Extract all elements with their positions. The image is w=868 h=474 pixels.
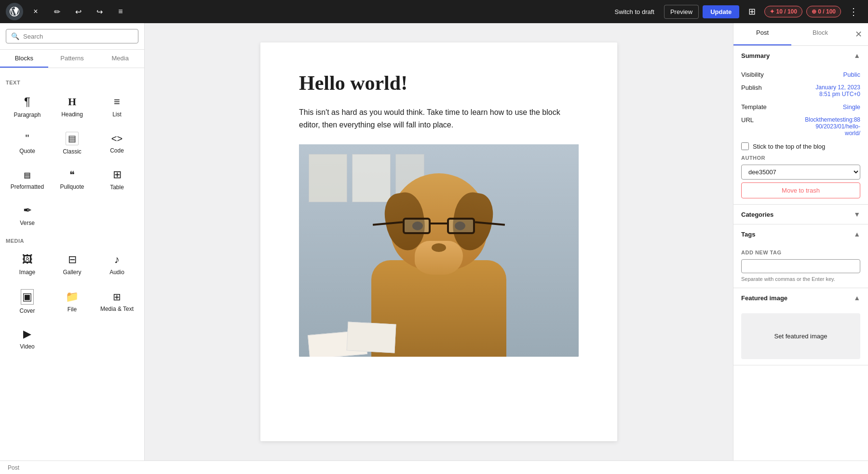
tab-patterns[interactable]: Patterns: [48, 50, 96, 68]
block-gallery[interactable]: ⊟ Gallery: [51, 248, 94, 281]
visibility-value[interactable]: Public: [843, 71, 860, 78]
tools-button[interactable]: ✏: [48, 3, 66, 20]
main-layout: 🔍 Blocks Patterns Media TEXT ¶ Paragraph…: [0, 23, 868, 460]
table-icon: ⊞: [113, 168, 122, 181]
block-list-label: List: [112, 111, 122, 118]
view-toggle-button[interactable]: ⊞: [743, 3, 760, 20]
block-classic-label: Classic: [63, 148, 81, 155]
block-video[interactable]: ▶ Video: [6, 322, 49, 356]
block-file-label: File: [68, 306, 77, 313]
media-blocks-grid: 🖼 Image ⊟ Gallery ♪ Audio ▣ Cover: [6, 248, 138, 356]
featured-image-collapse-icon: ▲: [854, 294, 860, 302]
block-pullquote[interactable]: ❝ Pullquote: [51, 163, 94, 196]
sticky-checkbox[interactable]: [741, 142, 749, 150]
block-image-label: Image: [19, 269, 35, 276]
categories-expand-icon: ▼: [854, 210, 860, 218]
block-verse-label: Verse: [20, 220, 35, 226]
switch-to-draft-button[interactable]: Switch to draft: [609, 5, 660, 18]
block-image[interactable]: 🖼 Image: [6, 248, 49, 281]
block-heading-label: Heading: [61, 111, 83, 118]
audio-icon: ♪: [114, 253, 120, 266]
close-button[interactable]: ×: [27, 3, 44, 20]
summary-panel-header[interactable]: Summary ▲: [733, 46, 868, 65]
block-list[interactable]: ≡ List: [95, 89, 138, 124]
redo-button[interactable]: ↪: [91, 3, 108, 20]
block-quote[interactable]: " Quote: [6, 126, 49, 161]
tab-media[interactable]: Media: [96, 50, 144, 68]
list-icon: ≡: [114, 96, 120, 108]
block-heading[interactable]: H Heading: [51, 89, 94, 124]
categories-panel: Categories ▼: [733, 205, 868, 224]
url-value[interactable]: Blockthemetesting:8890/2023/01/hello-wor…: [805, 116, 860, 137]
list-view-button[interactable]: ≡: [112, 3, 129, 20]
right-tab-block[interactable]: Block: [791, 23, 849, 45]
sidebar-tabs: Blocks Patterns Media: [0, 50, 144, 68]
sidebar-content: TEXT ¶ Paragraph H Heading ≡ List: [0, 68, 144, 460]
words-badge[interactable]: ⊕ 0 / 100: [806, 6, 841, 17]
visibility-row: Visibility Public: [741, 71, 860, 78]
publish-value[interactable]: January 12, 2023 8:51 pm UTC+0: [815, 84, 860, 98]
quote-icon: ": [26, 132, 29, 145]
tags-panel: Tags ▲ ADD NEW TAG Separate with commas …: [733, 224, 868, 288]
search-input[interactable]: [23, 33, 133, 40]
more-options-button[interactable]: ⋮: [845, 3, 862, 20]
media-text-icon: ⊞: [113, 291, 121, 303]
editor-body[interactable]: This isn't as hard as you would think. T…: [299, 106, 579, 131]
undo-button[interactable]: ↩: [69, 3, 87, 20]
block-file[interactable]: 📁 File: [51, 283, 94, 320]
author-select[interactable]: dee35007: [741, 165, 860, 180]
tags-panel-header[interactable]: Tags ▲: [733, 224, 868, 244]
editor-content[interactable]: Hello world! This isn't as hard as you w…: [260, 42, 617, 441]
categories-panel-header[interactable]: Categories ▼: [733, 205, 868, 224]
featured-image-title: Featured image: [741, 294, 787, 302]
add-tag-input[interactable]: [741, 259, 860, 273]
set-featured-image-button[interactable]: Set featured image: [741, 313, 860, 359]
block-preformatted[interactable]: ▤ Preformatted: [6, 163, 49, 196]
right-close-button[interactable]: ✕: [849, 23, 868, 45]
move-to-trash-button[interactable]: Move to trash: [741, 182, 860, 198]
block-preformatted-label: Preformatted: [11, 183, 44, 190]
wp-logo[interactable]: [6, 3, 23, 20]
block-table[interactable]: ⊞ Table: [95, 163, 138, 196]
search-icon: 🔍: [11, 32, 19, 40]
tags-title: Tags: [741, 231, 755, 238]
author-label: AUTHOR: [741, 155, 860, 161]
image-icon: 🖼: [22, 253, 33, 266]
text-section-label: TEXT: [6, 80, 138, 85]
summary-panel-body: Visibility Public Publish January 12, 20…: [733, 65, 868, 204]
summary-title: Summary: [741, 52, 770, 59]
sidebar-search-area: 🔍: [0, 23, 144, 50]
cover-icon: ▣: [21, 289, 34, 305]
tag-hint: Separate with commas or the Enter key.: [741, 276, 860, 282]
video-icon: ▶: [23, 328, 31, 340]
block-audio[interactable]: ♪ Audio: [95, 248, 138, 281]
block-paragraph-label: Paragraph: [14, 112, 41, 118]
verse-icon: ✒: [23, 204, 32, 217]
topbar: × ✏ ↩ ↪ ≡ Switch to draft Preview Update…: [0, 0, 868, 23]
block-verse[interactable]: ✒ Verse: [6, 198, 49, 232]
url-row: URL Blockthemetesting:8890/2023/01/hello…: [741, 116, 860, 137]
template-value[interactable]: Single: [843, 103, 860, 111]
publish-row: Publish January 12, 2023 8:51 pm UTC+0: [741, 84, 860, 98]
sidebar-right: Post Block ✕ Summary ▲ Visibility Public…: [733, 23, 868, 460]
block-classic[interactable]: ▤ Classic: [51, 126, 94, 161]
sticky-label[interactable]: Stick to the top of the blog: [753, 143, 825, 150]
tab-blocks[interactable]: Blocks: [0, 50, 48, 68]
right-tab-post[interactable]: Post: [733, 23, 791, 45]
text-blocks-grid: ¶ Paragraph H Heading ≡ List " Quote: [6, 89, 138, 232]
ai-badge[interactable]: ✦ 10 / 100: [764, 6, 802, 17]
code-icon: <>: [111, 133, 122, 144]
preview-button[interactable]: Preview: [664, 5, 699, 19]
file-icon: 📁: [66, 291, 79, 303]
update-button[interactable]: Update: [703, 5, 739, 18]
block-code[interactable]: <> Code: [95, 126, 138, 161]
bottom-bar: Post: [0, 460, 868, 474]
editor-title[interactable]: Hello world!: [299, 71, 579, 95]
block-cover[interactable]: ▣ Cover: [6, 283, 49, 320]
right-tabs: Post Block ✕: [733, 23, 868, 46]
block-paragraph[interactable]: ¶ Paragraph: [6, 89, 49, 124]
sidebar-left: 🔍 Blocks Patterns Media TEXT ¶ Paragraph…: [0, 23, 145, 460]
block-media-text[interactable]: ⊞ Media & Text: [95, 283, 138, 320]
featured-image-body: Set featured image: [733, 307, 868, 365]
featured-image-panel-header[interactable]: Featured image ▲: [733, 288, 868, 307]
